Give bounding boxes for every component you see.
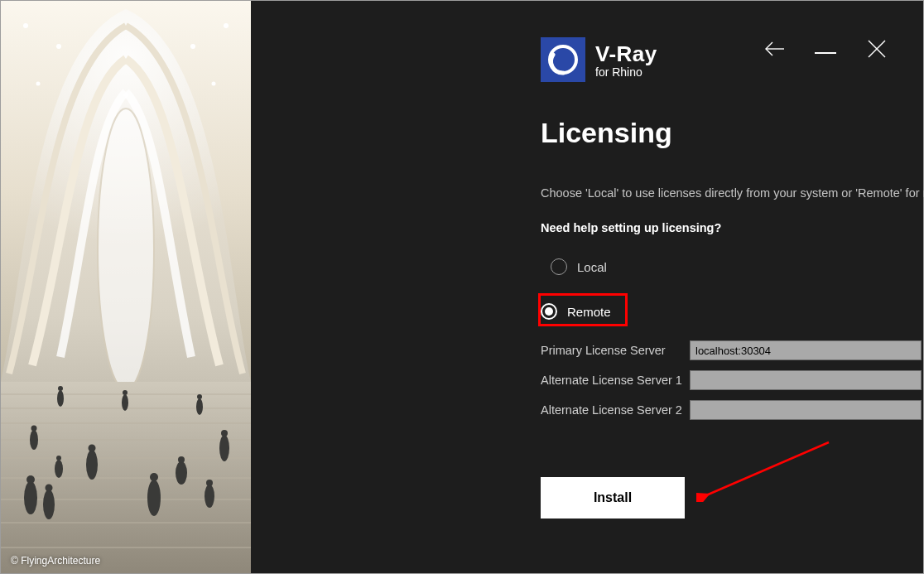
svg-point-31 xyxy=(122,394,128,411)
svg-point-35 xyxy=(30,430,38,450)
svg-point-17 xyxy=(24,481,37,514)
svg-point-23 xyxy=(147,480,161,516)
svg-point-25 xyxy=(176,461,187,485)
svg-point-20 xyxy=(46,485,53,492)
page-title: Licensing xyxy=(541,117,672,149)
svg-point-36 xyxy=(31,426,37,432)
architecture-illustration xyxy=(1,1,251,573)
vray-logo-icon xyxy=(541,37,585,82)
help-link[interactable]: Need help setting up licensing? xyxy=(541,221,721,234)
svg-point-22 xyxy=(89,445,96,452)
description-text: Choose 'Local' to use licenses directly … xyxy=(541,186,924,200)
close-icon xyxy=(865,37,888,60)
back-button[interactable] xyxy=(763,37,786,60)
alt-server-1-label: Alternate License Server 1 xyxy=(541,374,690,387)
minimize-button[interactable] xyxy=(814,37,837,60)
back-arrow-icon xyxy=(763,37,786,60)
window-controls xyxy=(763,37,888,60)
svg-point-38 xyxy=(56,456,61,461)
svg-point-1 xyxy=(23,23,28,28)
svg-point-3 xyxy=(190,44,195,49)
svg-point-28 xyxy=(221,430,228,437)
image-credit: © FlyingArchitecture xyxy=(11,555,100,567)
alt-server-2-label: Alternate License Server 2 xyxy=(541,403,690,417)
installer-window: © FlyingArchitecture xyxy=(0,0,924,574)
svg-point-4 xyxy=(224,23,229,28)
alt-server-1-input[interactable] xyxy=(690,370,922,390)
svg-point-30 xyxy=(58,386,63,391)
radio-icon xyxy=(551,258,567,275)
svg-point-5 xyxy=(36,82,41,86)
radio-local[interactable]: Local xyxy=(551,249,611,284)
minimize-icon xyxy=(815,52,836,54)
svg-point-24 xyxy=(150,473,158,481)
license-mode-radio-group: Local Remote xyxy=(541,249,611,329)
svg-point-6 xyxy=(212,82,216,86)
svg-point-32 xyxy=(123,390,128,395)
svg-point-40 xyxy=(206,480,213,486)
radio-local-label: Local xyxy=(577,260,607,274)
annotation-arrow-icon xyxy=(696,436,837,502)
server-fields: Primary License Server Alternate License… xyxy=(541,340,922,420)
svg-point-34 xyxy=(197,394,202,399)
product-logo: V-Ray for Rhino xyxy=(541,37,657,82)
logo-text: V-Ray for Rhino xyxy=(595,41,657,79)
radio-icon xyxy=(541,303,557,320)
svg-point-33 xyxy=(196,398,203,415)
svg-point-2 xyxy=(56,44,61,49)
alt-server-2-input[interactable] xyxy=(690,400,922,420)
brand-name: V-Ray xyxy=(595,41,657,67)
primary-server-input[interactable] xyxy=(690,340,922,360)
svg-point-0 xyxy=(98,109,154,390)
radio-remote[interactable]: Remote xyxy=(541,294,611,329)
install-button[interactable]: Install xyxy=(541,477,685,519)
svg-point-18 xyxy=(26,475,35,484)
svg-point-21 xyxy=(86,450,98,480)
svg-point-26 xyxy=(178,456,185,463)
radio-remote-label: Remote xyxy=(567,305,611,319)
close-button[interactable] xyxy=(865,37,888,60)
content-panel: V-Ray for Rhino Licensing Choose 'Local'… xyxy=(251,1,923,573)
svg-point-27 xyxy=(219,435,229,461)
primary-server-label: Primary License Server xyxy=(541,344,690,357)
side-image-panel: © FlyingArchitecture xyxy=(1,1,251,573)
svg-point-37 xyxy=(55,460,63,478)
svg-point-19 xyxy=(43,490,55,519)
svg-point-29 xyxy=(57,390,64,407)
brand-sub: for Rhino xyxy=(595,65,657,79)
svg-point-39 xyxy=(205,485,214,508)
svg-line-45 xyxy=(706,442,829,495)
